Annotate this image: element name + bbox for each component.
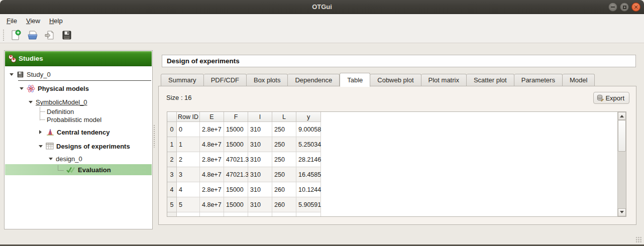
table-cell[interactable]: 2.8e+7 <box>200 152 224 167</box>
table-cell[interactable]: 4 <box>177 182 200 197</box>
table-cell[interactable]: 2 <box>177 152 200 167</box>
expand-arrow-icon[interactable] <box>29 101 33 105</box>
row-header[interactable]: 2 <box>167 152 177 167</box>
column-header[interactable]: F <box>224 112 248 122</box>
scroll-down-button[interactable] <box>618 208 626 216</box>
table-cell[interactable]: 16.4585 <box>296 167 321 182</box>
tab-dependence[interactable]: Dependence <box>288 74 340 86</box>
table-cell[interactable]: 310 <box>248 137 272 152</box>
row-header[interactable]: 4 <box>167 182 177 197</box>
table-grid-icon <box>46 142 54 150</box>
tree-item-symbolic-model[interactable]: SymbolicModel_0 <box>29 96 87 107</box>
expand-arrow-icon[interactable] <box>20 87 24 92</box>
tree-item-evaluation[interactable]: Evaluation <box>58 165 111 175</box>
table-cell[interactable]: 310 <box>248 182 272 197</box>
open-study-button[interactable] <box>25 28 40 42</box>
menu-file[interactable]: File <box>2 15 22 27</box>
table-cell[interactable]: 310 <box>248 167 272 182</box>
window-resize-grip[interactable] <box>635 236 642 243</box>
tab-scatter-plot[interactable]: Scatter plot <box>467 74 514 86</box>
table-cell[interactable]: 250 <box>272 152 296 167</box>
tab-table[interactable]: Table <box>340 73 370 87</box>
row-header[interactable]: 5 <box>167 197 177 212</box>
row-header[interactable]: 0 <box>167 122 177 137</box>
table-cell[interactable]: 310 <box>248 152 272 167</box>
expand-arrow-icon[interactable] <box>10 73 14 78</box>
tab-cobweb-plot[interactable]: Cobweb plot <box>370 74 421 86</box>
table-cell[interactable]: 310 <box>248 122 272 137</box>
studies-header: Studies <box>5 51 152 66</box>
tab-box-plots[interactable]: Box plots <box>247 74 288 86</box>
table-cell[interactable]: 2.8e+7 <box>200 182 224 197</box>
table-cell[interactable]: 310 <box>248 197 272 212</box>
table-cell[interactable]: 4.8e+7 <box>200 197 224 212</box>
collapse-arrow-icon[interactable] <box>39 130 44 134</box>
table-cell[interactable]: 4.8e+7 <box>200 167 224 182</box>
table-row: 5 5 4.8e+7 15000 310 260 5.90591 <box>167 197 626 212</box>
maximize-button[interactable] <box>620 3 629 12</box>
vertical-scrollbar[interactable] <box>617 112 626 216</box>
titlebar[interactable]: OTGui ✕ <box>0 0 644 14</box>
tree-twig <box>40 119 45 120</box>
table-cell[interactable]: 5.90591 <box>296 197 321 212</box>
table-cell[interactable]: 1 <box>177 137 200 152</box>
table-cell[interactable]: 28.2146 <box>296 152 321 167</box>
scroll-up-button[interactable] <box>618 112 626 120</box>
table-cell[interactable]: 5.25034 <box>296 137 321 152</box>
tab-plot-matrix[interactable]: Plot matrix <box>421 74 467 86</box>
table-cell[interactable]: 3 <box>177 167 200 182</box>
tree-item-designs-of-experiments[interactable]: Designs of experiments <box>39 141 130 152</box>
row-header[interactable]: 3 <box>167 167 177 182</box>
import-script-button[interactable] <box>42 28 57 42</box>
menu-view[interactable]: View <box>22 15 45 27</box>
window-controls: ✕ <box>608 3 640 12</box>
expand-arrow-icon[interactable] <box>49 158 53 162</box>
table-cell[interactable]: 5 <box>177 197 200 212</box>
table-cell[interactable]: 15000 <box>224 182 248 197</box>
tab-pdf-cdf[interactable]: PDF/CDF <box>204 74 247 86</box>
column-header[interactable]: E <box>200 112 224 122</box>
new-study-button[interactable] <box>8 28 23 42</box>
toolbar-grip[interactable] <box>3 29 5 41</box>
menu-help[interactable]: Help <box>45 15 67 27</box>
panel-splitter[interactable] <box>153 125 156 148</box>
tree-item-definition[interactable]: Definition <box>40 107 74 115</box>
column-header[interactable]: I <box>248 112 272 122</box>
table-cell[interactable]: 0 <box>177 122 200 137</box>
minimize-button[interactable] <box>608 3 617 12</box>
tab-parameters[interactable]: Parameters <box>514 74 563 86</box>
scrollbar-thumb[interactable] <box>618 120 626 152</box>
column-header[interactable]: y <box>296 112 321 122</box>
table-cell[interactable]: 250 <box>272 167 296 182</box>
tree-item-central-tendency[interactable]: Central tendency <box>39 127 110 138</box>
table-cell[interactable]: 260 <box>272 197 296 212</box>
table-cell[interactable]: 47021.3 <box>224 152 248 167</box>
column-header[interactable]: Row ID <box>177 112 200 122</box>
row-header[interactable]: 1 <box>167 137 177 152</box>
table-cell[interactable]: 4.8e+7 <box>200 137 224 152</box>
table-cell[interactable]: 250 <box>272 137 296 152</box>
table-cell[interactable]: 2.8e+7 <box>200 122 224 137</box>
table-cell[interactable]: 250 <box>272 122 296 137</box>
table-cell[interactable]: 15000 <box>224 137 248 152</box>
tree-item-design0[interactable]: design_0 <box>49 154 82 164</box>
tree-item-physical-models[interactable]: Physical models <box>20 83 89 94</box>
table-cell[interactable]: 260 <box>272 182 296 197</box>
column-header[interactable]: L <box>272 112 296 122</box>
save-study-button[interactable] <box>59 28 74 42</box>
table-cell[interactable]: 15000 <box>224 197 248 212</box>
table-cell[interactable]: 15000 <box>224 122 248 137</box>
tree-item-study[interactable]: Study_0 <box>10 69 51 80</box>
table-cell[interactable]: 47021.3 <box>224 167 248 182</box>
double-check-icon <box>66 166 75 174</box>
export-button[interactable]: Export <box>593 92 629 104</box>
close-button[interactable]: ✕ <box>631 3 640 12</box>
tree-item-probabilistic-model[interactable]: Probabilistic model <box>40 115 101 124</box>
minimize-icon <box>611 7 615 8</box>
expand-arrow-icon[interactable] <box>39 145 43 150</box>
tab-summary[interactable]: Summary <box>161 74 204 86</box>
tab-model[interactable]: Model <box>563 74 595 86</box>
table-cell[interactable]: 9.00058 <box>296 122 321 137</box>
corner-cell[interactable] <box>167 112 177 122</box>
table-cell[interactable]: 10.1244 <box>296 182 321 197</box>
